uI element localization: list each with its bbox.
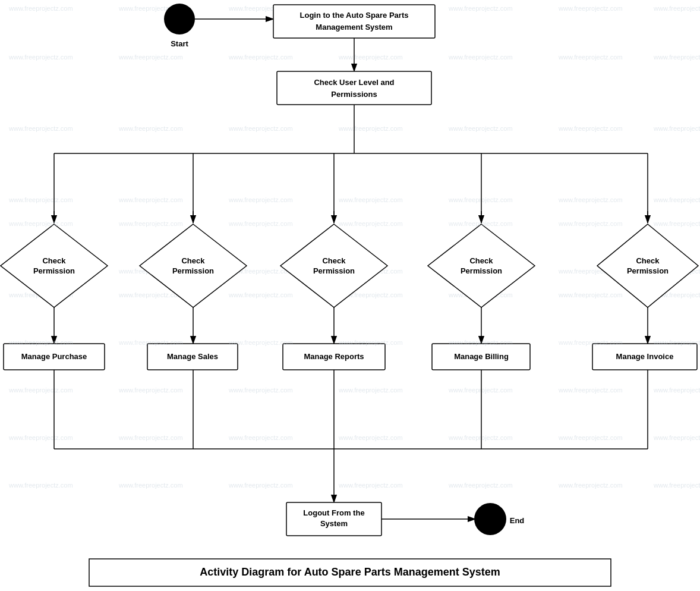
- manage-reports-text: Manage Reports: [304, 352, 364, 361]
- svg-text:www.freeprojectz.com: www.freeprojectz.com: [118, 482, 183, 489]
- svg-text:www.freeprojectz.com: www.freeprojectz.com: [338, 54, 403, 61]
- end-label: End: [510, 516, 525, 525]
- svg-text:www.freeprojectz.com: www.freeprojectz.com: [118, 339, 183, 346]
- diamond5-text1: Check: [636, 256, 660, 265]
- svg-text:www.freeprojectz.com: www.freeprojectz.com: [558, 482, 623, 489]
- svg-text:www.freeprojectz.com: www.freeprojectz.com: [228, 125, 293, 132]
- svg-text:www.freeprojectz.com: www.freeprojectz.com: [118, 434, 183, 441]
- svg-text:www.freeprojectz.com: www.freeprojectz.com: [118, 54, 183, 61]
- svg-text:www.freeprojectz.com: www.freeprojectz.com: [653, 339, 700, 346]
- svg-text:www.freeprojectz.com: www.freeprojectz.com: [8, 482, 73, 489]
- svg-text:www.freeprojectz.com: www.freeprojectz.com: [338, 339, 403, 346]
- svg-text:www.freeprojectz.com: www.freeprojectz.com: [228, 386, 293, 394]
- svg-text:www.freeprojectz.com: www.freeprojectz.com: [228, 54, 293, 61]
- svg-text:www.freeprojectz.com: www.freeprojectz.com: [118, 386, 183, 394]
- check-permissions-node: [277, 71, 431, 105]
- svg-text:www.freeprojectz.com: www.freeprojectz.com: [8, 196, 73, 203]
- diagram-container: www.freeprojectz.com www.freeprojectz.co…: [0, 0, 700, 591]
- diamond3-text2: Permission: [313, 266, 355, 275]
- svg-text:www.freeprojectz.com: www.freeprojectz.com: [558, 339, 623, 346]
- svg-text:www.freeprojectz.com: www.freeprojectz.com: [558, 54, 623, 61]
- svg-text:www.freeprojectz.com: www.freeprojectz.com: [338, 220, 403, 227]
- svg-text:www.freeprojectz.com: www.freeprojectz.com: [228, 196, 293, 203]
- svg-text:www.freeprojectz.com: www.freeprojectz.com: [118, 196, 183, 203]
- manage-invoice-text: Manage Invoice: [616, 352, 674, 361]
- svg-text:www.freeprojectz.com: www.freeprojectz.com: [338, 386, 403, 394]
- svg-text:www.freeprojectz.com: www.freeprojectz.com: [8, 125, 73, 132]
- svg-text:www.freeprojectz.com: www.freeprojectz.com: [118, 125, 183, 132]
- svg-text:www.freeprojectz.com: www.freeprojectz.com: [653, 54, 700, 61]
- svg-text:www.freeprojectz.com: www.freeprojectz.com: [228, 339, 293, 346]
- manage-sales-text: Manage Sales: [167, 352, 218, 361]
- check-perm-text1: Check User Level and: [314, 78, 394, 87]
- svg-text:www.freeprojectz.com: www.freeprojectz.com: [558, 196, 623, 203]
- svg-text:www.freeprojectz.com: www.freeprojectz.com: [338, 196, 403, 203]
- manage-billing-text: Manage Billing: [454, 352, 509, 361]
- svg-text:www.freeprojectz.com: www.freeprojectz.com: [8, 5, 73, 12]
- svg-text:www.freeprojectz.com: www.freeprojectz.com: [228, 434, 293, 441]
- svg-text:www.freeprojectz.com: www.freeprojectz.com: [448, 386, 513, 394]
- start-label: Start: [171, 39, 188, 48]
- logout-text2: System: [320, 519, 348, 528]
- svg-text:www.freeprojectz.com: www.freeprojectz.com: [653, 386, 700, 394]
- svg-text:www.freeprojectz.com: www.freeprojectz.com: [8, 339, 73, 346]
- svg-text:www.freeprojectz.com: www.freeprojectz.com: [558, 5, 623, 12]
- svg-text:www.freeprojectz.com: www.freeprojectz.com: [653, 220, 700, 227]
- svg-text:www.freeprojectz.com: www.freeprojectz.com: [653, 125, 700, 132]
- svg-text:www.freeprojectz.com: www.freeprojectz.com: [448, 220, 513, 227]
- svg-text:www.freeprojectz.com: www.freeprojectz.com: [338, 434, 403, 441]
- login-text-line2: Management System: [316, 23, 392, 32]
- check-perm-text2: Permissions: [331, 90, 377, 99]
- diamond4-text1: Check: [469, 256, 493, 265]
- manage-purchase-text: Manage Purchase: [21, 352, 87, 361]
- login-text-line1: Login to the Auto Spare Parts: [300, 11, 409, 20]
- svg-text:www.freeprojectz.com: www.freeprojectz.com: [653, 5, 700, 12]
- svg-text:www.freeprojectz.com: www.freeprojectz.com: [653, 482, 700, 489]
- login-node: [273, 5, 435, 38]
- svg-text:www.freeprojectz.com: www.freeprojectz.com: [653, 434, 700, 441]
- svg-text:www.freeprojectz.com: www.freeprojectz.com: [228, 482, 293, 489]
- svg-text:www.freeprojectz.com: www.freeprojectz.com: [8, 434, 73, 441]
- svg-text:www.freeprojectz.com: www.freeprojectz.com: [558, 291, 623, 298]
- logout-text1: Logout From the: [303, 508, 364, 517]
- svg-text:www.freeprojectz.com: www.freeprojectz.com: [8, 386, 73, 394]
- svg-text:www.freeprojectz.com: www.freeprojectz.com: [448, 5, 513, 12]
- diamond-4: [428, 224, 535, 307]
- start-node: [164, 4, 195, 34]
- footer-title: Activity Diagram for Auto Spare Parts Ma…: [200, 566, 500, 578]
- svg-text:www.freeprojectz.com: www.freeprojectz.com: [653, 196, 700, 203]
- svg-text:www.freeprojectz.com: www.freeprojectz.com: [228, 291, 293, 298]
- svg-text:www.freeprojectz.com: www.freeprojectz.com: [448, 482, 513, 489]
- svg-text:www.freeprojectz.com: www.freeprojectz.com: [558, 220, 623, 227]
- end-node: [474, 503, 506, 535]
- svg-text:www.freeprojectz.com: www.freeprojectz.com: [118, 220, 183, 227]
- svg-text:www.freeprojectz.com: www.freeprojectz.com: [558, 125, 623, 132]
- diamond2-text2: Permission: [172, 266, 214, 275]
- diamond3-text1: Check: [322, 256, 346, 265]
- svg-text:www.freeprojectz.com: www.freeprojectz.com: [338, 125, 403, 132]
- diamond5-text2: Permission: [627, 266, 669, 275]
- diamond1-text1: Check: [42, 256, 66, 265]
- svg-text:www.freeprojectz.com: www.freeprojectz.com: [448, 196, 513, 203]
- svg-text:www.freeprojectz.com: www.freeprojectz.com: [118, 291, 183, 298]
- svg-text:www.freeprojectz.com: www.freeprojectz.com: [448, 434, 513, 441]
- diamond4-text2: Permission: [461, 266, 502, 275]
- svg-text:www.freeprojectz.com: www.freeprojectz.com: [558, 434, 623, 441]
- svg-text:www.freeprojectz.com: www.freeprojectz.com: [8, 54, 73, 61]
- svg-text:www.freeprojectz.com: www.freeprojectz.com: [448, 125, 513, 132]
- svg-text:www.freeprojectz.com: www.freeprojectz.com: [8, 220, 73, 227]
- diamond1-text2: Permission: [33, 266, 75, 275]
- diamond2-text1: Check: [181, 256, 205, 265]
- svg-text:www.freeprojectz.com: www.freeprojectz.com: [448, 54, 513, 61]
- svg-text:www.freeprojectz.com: www.freeprojectz.com: [448, 339, 513, 346]
- svg-text:www.freeprojectz.com: www.freeprojectz.com: [558, 386, 623, 394]
- svg-text:www.freeprojectz.com: www.freeprojectz.com: [228, 220, 293, 227]
- svg-text:www.freeprojectz.com: www.freeprojectz.com: [338, 482, 403, 489]
